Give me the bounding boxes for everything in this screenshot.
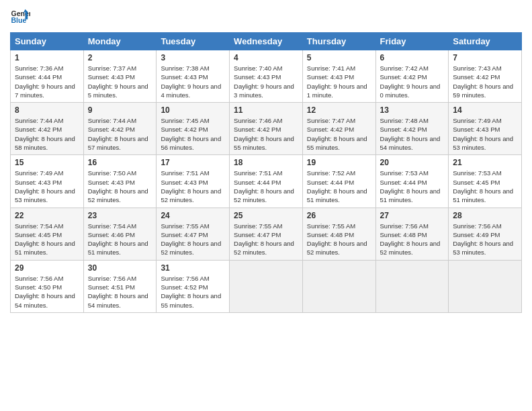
day-number: 31 bbox=[161, 263, 225, 273]
day-number: 10 bbox=[161, 105, 225, 115]
calendar-cell: 23Sunrise: 7:54 AM Sunset: 4:46 PM Dayli… bbox=[83, 208, 157, 260]
day-info: Sunrise: 7:56 AM Sunset: 4:48 PM Dayligh… bbox=[380, 222, 445, 257]
col-header-thursday: Thursday bbox=[302, 33, 375, 50]
day-info: Sunrise: 7:53 AM Sunset: 4:44 PM Dayligh… bbox=[380, 169, 445, 204]
day-number: 16 bbox=[88, 158, 152, 167]
day-number: 15 bbox=[15, 158, 79, 167]
col-header-monday: Monday bbox=[83, 33, 157, 50]
day-info: Sunrise: 7:47 AM Sunset: 4:42 PM Dayligh… bbox=[307, 116, 371, 152]
day-info: Sunrise: 7:36 AM Sunset: 4:44 PM Dayligh… bbox=[15, 64, 79, 99]
col-header-friday: Friday bbox=[375, 33, 449, 50]
calendar-cell: 4Sunrise: 7:40 AM Sunset: 4:43 PM Daylig… bbox=[230, 50, 303, 103]
day-info: Sunrise: 7:56 AM Sunset: 4:51 PM Dayligh… bbox=[88, 274, 152, 310]
calendar-week-row: 8Sunrise: 7:44 AM Sunset: 4:42 PM Daylig… bbox=[11, 103, 522, 155]
calendar-cell: 22Sunrise: 7:54 AM Sunset: 4:45 PM Dayli… bbox=[11, 208, 84, 260]
calendar-cell bbox=[230, 260, 303, 312]
calendar-cell: 18Sunrise: 7:51 AM Sunset: 4:44 PM Dayli… bbox=[230, 155, 303, 208]
day-info: Sunrise: 7:41 AM Sunset: 4:43 PM Dayligh… bbox=[307, 64, 371, 99]
calendar-cell: 15Sunrise: 7:49 AM Sunset: 4:43 PM Dayli… bbox=[11, 155, 84, 208]
calendar-week-row: 29Sunrise: 7:56 AM Sunset: 4:50 PM Dayli… bbox=[11, 260, 522, 312]
calendar-table: SundayMondayTuesdayWednesdayThursdayFrid… bbox=[10, 32, 522, 313]
day-info: Sunrise: 7:55 AM Sunset: 4:47 PM Dayligh… bbox=[234, 222, 298, 257]
calendar-cell: 8Sunrise: 7:44 AM Sunset: 4:42 PM Daylig… bbox=[11, 103, 84, 155]
day-info: Sunrise: 7:48 AM Sunset: 4:42 PM Dayligh… bbox=[380, 116, 445, 152]
day-number: 4 bbox=[234, 53, 298, 62]
calendar-cell: 3Sunrise: 7:38 AM Sunset: 4:43 PM Daylig… bbox=[157, 50, 230, 103]
calendar-cell: 27Sunrise: 7:56 AM Sunset: 4:48 PM Dayli… bbox=[375, 208, 449, 260]
day-number: 27 bbox=[380, 211, 445, 220]
day-number: 1 bbox=[15, 53, 79, 62]
day-info: Sunrise: 7:51 AM Sunset: 4:44 PM Dayligh… bbox=[234, 169, 298, 204]
day-info: Sunrise: 7:46 AM Sunset: 4:42 PM Dayligh… bbox=[234, 116, 298, 152]
calendar-cell: 29Sunrise: 7:56 AM Sunset: 4:50 PM Dayli… bbox=[11, 260, 84, 312]
day-number: 7 bbox=[453, 53, 517, 62]
calendar-cell: 21Sunrise: 7:53 AM Sunset: 4:45 PM Dayli… bbox=[449, 155, 522, 208]
day-number: 23 bbox=[88, 211, 152, 220]
day-number: 20 bbox=[380, 158, 445, 167]
day-number: 19 bbox=[307, 158, 371, 167]
logo: General Blue bbox=[10, 7, 30, 27]
calendar-week-row: 1Sunrise: 7:36 AM Sunset: 4:44 PM Daylig… bbox=[11, 50, 522, 103]
day-info: Sunrise: 7:37 AM Sunset: 4:43 PM Dayligh… bbox=[88, 64, 152, 99]
day-number: 24 bbox=[161, 211, 225, 220]
day-number: 11 bbox=[234, 105, 298, 115]
calendar-cell: 10Sunrise: 7:45 AM Sunset: 4:42 PM Dayli… bbox=[157, 103, 230, 155]
day-number: 18 bbox=[234, 158, 298, 167]
day-info: Sunrise: 7:52 AM Sunset: 4:44 PM Dayligh… bbox=[307, 169, 371, 204]
day-info: Sunrise: 7:40 AM Sunset: 4:43 PM Dayligh… bbox=[234, 64, 298, 99]
day-number: 17 bbox=[161, 158, 225, 167]
calendar-cell: 31Sunrise: 7:56 AM Sunset: 4:52 PM Dayli… bbox=[157, 260, 230, 312]
calendar-cell: 7Sunrise: 7:43 AM Sunset: 4:42 PM Daylig… bbox=[449, 50, 522, 103]
calendar-cell bbox=[302, 260, 375, 312]
day-info: Sunrise: 7:42 AM Sunset: 4:42 PM Dayligh… bbox=[380, 64, 445, 99]
day-number: 28 bbox=[453, 211, 517, 220]
calendar-cell: 20Sunrise: 7:53 AM Sunset: 4:44 PM Dayli… bbox=[375, 155, 449, 208]
calendar-cell: 25Sunrise: 7:55 AM Sunset: 4:47 PM Dayli… bbox=[230, 208, 303, 260]
day-number: 12 bbox=[307, 105, 371, 115]
calendar-cell: 6Sunrise: 7:42 AM Sunset: 4:42 PM Daylig… bbox=[375, 50, 449, 103]
day-number: 21 bbox=[453, 158, 517, 167]
calendar-cell: 14Sunrise: 7:49 AM Sunset: 4:43 PM Dayli… bbox=[449, 103, 522, 155]
calendar-cell: 30Sunrise: 7:56 AM Sunset: 4:51 PM Dayli… bbox=[83, 260, 157, 312]
calendar-cell: 1Sunrise: 7:36 AM Sunset: 4:44 PM Daylig… bbox=[11, 50, 84, 103]
day-number: 26 bbox=[307, 211, 371, 220]
day-info: Sunrise: 7:44 AM Sunset: 4:42 PM Dayligh… bbox=[88, 116, 152, 152]
day-info: Sunrise: 7:44 AM Sunset: 4:42 PM Dayligh… bbox=[15, 116, 79, 152]
calendar-cell: 28Sunrise: 7:56 AM Sunset: 4:49 PM Dayli… bbox=[449, 208, 522, 260]
calendar-cell: 24Sunrise: 7:55 AM Sunset: 4:47 PM Dayli… bbox=[157, 208, 230, 260]
day-info: Sunrise: 7:55 AM Sunset: 4:47 PM Dayligh… bbox=[161, 222, 225, 257]
header: General Blue bbox=[10, 7, 522, 27]
day-info: Sunrise: 7:38 AM Sunset: 4:43 PM Dayligh… bbox=[161, 64, 225, 99]
day-number: 29 bbox=[15, 263, 79, 273]
day-info: Sunrise: 7:49 AM Sunset: 4:43 PM Dayligh… bbox=[15, 169, 79, 204]
calendar-cell: 19Sunrise: 7:52 AM Sunset: 4:44 PM Dayli… bbox=[302, 155, 375, 208]
calendar-week-row: 22Sunrise: 7:54 AM Sunset: 4:45 PM Dayli… bbox=[11, 208, 522, 260]
day-number: 25 bbox=[234, 211, 298, 220]
calendar-cell bbox=[375, 260, 449, 312]
col-header-saturday: Saturday bbox=[449, 33, 522, 50]
day-number: 14 bbox=[453, 105, 517, 115]
day-info: Sunrise: 7:54 AM Sunset: 4:46 PM Dayligh… bbox=[88, 222, 152, 257]
calendar-header-row: SundayMondayTuesdayWednesdayThursdayFrid… bbox=[11, 33, 522, 50]
calendar-cell: 2Sunrise: 7:37 AM Sunset: 4:43 PM Daylig… bbox=[83, 50, 157, 103]
day-info: Sunrise: 7:51 AM Sunset: 4:43 PM Dayligh… bbox=[161, 169, 225, 204]
calendar-week-row: 15Sunrise: 7:49 AM Sunset: 4:43 PM Dayli… bbox=[11, 155, 522, 208]
calendar-cell: 12Sunrise: 7:47 AM Sunset: 4:42 PM Dayli… bbox=[302, 103, 375, 155]
calendar-cell: 9Sunrise: 7:44 AM Sunset: 4:42 PM Daylig… bbox=[83, 103, 157, 155]
day-info: Sunrise: 7:43 AM Sunset: 4:42 PM Dayligh… bbox=[453, 64, 517, 99]
day-number: 30 bbox=[88, 263, 152, 273]
calendar-cell: 17Sunrise: 7:51 AM Sunset: 4:43 PM Dayli… bbox=[157, 155, 230, 208]
day-info: Sunrise: 7:55 AM Sunset: 4:48 PM Dayligh… bbox=[307, 222, 371, 257]
day-info: Sunrise: 7:56 AM Sunset: 4:52 PM Dayligh… bbox=[161, 274, 225, 310]
calendar-cell: 11Sunrise: 7:46 AM Sunset: 4:42 PM Dayli… bbox=[230, 103, 303, 155]
calendar-cell: 5Sunrise: 7:41 AM Sunset: 4:43 PM Daylig… bbox=[302, 50, 375, 103]
col-header-sunday: Sunday bbox=[11, 33, 84, 50]
svg-text:Blue: Blue bbox=[11, 16, 27, 24]
day-number: 2 bbox=[88, 53, 152, 62]
day-info: Sunrise: 7:50 AM Sunset: 4:43 PM Dayligh… bbox=[88, 169, 152, 204]
day-info: Sunrise: 7:49 AM Sunset: 4:43 PM Dayligh… bbox=[453, 116, 517, 152]
day-number: 5 bbox=[307, 53, 371, 62]
calendar-cell: 16Sunrise: 7:50 AM Sunset: 4:43 PM Dayli… bbox=[83, 155, 157, 208]
calendar-cell: 26Sunrise: 7:55 AM Sunset: 4:48 PM Dayli… bbox=[302, 208, 375, 260]
day-number: 6 bbox=[380, 53, 445, 62]
